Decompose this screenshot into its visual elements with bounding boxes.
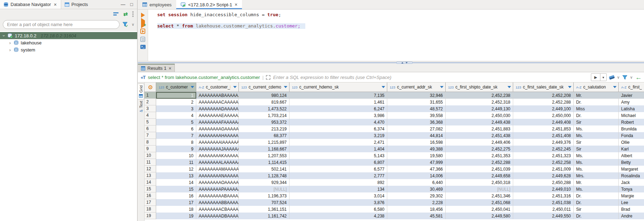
row-number[interactable]: 2 — [145, 99, 156, 105]
grid-cell[interactable]: 2,452,318 — [446, 99, 513, 105]
row-number[interactable]: 9 — [145, 146, 156, 152]
row-number[interactable]: 14 — [145, 179, 156, 186]
grid-cell[interactable]: Ms. — [574, 152, 619, 159]
grid-cell[interactable]: AAAAAAAAHAAAAAAA — [196, 132, 239, 139]
grid-cell[interactable]: Betty — [619, 159, 644, 166]
grid-cell[interactable]: 2,777 — [289, 172, 387, 179]
grid-cell[interactable]: 2,449,376 — [513, 139, 574, 146]
grid-cell[interactable]: Andre — [619, 213, 644, 219]
grid-cell[interactable]: 14 — [156, 179, 196, 186]
row-number[interactable]: 17 — [145, 199, 156, 206]
grid-cell[interactable]: 2,450,041 — [446, 206, 513, 213]
grid-cell[interactable]: Javier — [619, 92, 644, 99]
grid-cell[interactable]: AAAAAAAAPAAAAAAA — [196, 186, 239, 192]
grid-cell[interactable]: 30,469 — [387, 186, 446, 192]
grid-cell[interactable]: Miss — [574, 105, 619, 112]
grid-cell[interactable]: 2,452,288 — [446, 159, 513, 166]
grid-cell[interactable]: 1,207,553 — [239, 152, 289, 159]
grid-cell[interactable]: 2,451,068 — [446, 199, 513, 206]
expander-icon[interactable]: › — [8, 40, 12, 45]
grid-cell[interactable]: AAAAAAAALAAAAAAA — [196, 159, 239, 166]
grid-cell[interactable]: Amy — [619, 99, 644, 105]
grid-cell[interactable]: Dr. — [574, 213, 619, 219]
row-number[interactable]: 16 — [145, 192, 156, 199]
grid-cell[interactable]: 3 — [156, 105, 196, 112]
grid-cell[interactable]: 1,161,742 — [239, 213, 289, 219]
grid-cell[interactable]: 1,114,415 — [239, 159, 289, 166]
grid-cell[interactable]: Margaret — [619, 166, 644, 172]
grid-cell[interactable]: Fonda — [619, 132, 644, 139]
grid-cell[interactable]: AAAAAAAAGAAAAAAA — [196, 125, 239, 132]
expander-icon[interactable]: › — [8, 47, 12, 53]
grid-cell[interactable]: 8 — [156, 139, 196, 146]
grid-cell[interactable]: 2,451,353 — [446, 152, 513, 159]
grid-cell[interactable]: 2,452,275 — [446, 146, 513, 152]
grid-cell[interactable]: AAAAAAAAOAAAAAAA — [196, 179, 239, 186]
tab-text-view[interactable]: Text «T — [138, 99, 144, 114]
expand-filter-icon[interactable] — [266, 75, 270, 80]
object-filter-input[interactable] — [3, 20, 120, 29]
grid-cell[interactable]: AAAAAAAAEAAAAAAA — [196, 112, 239, 119]
grid-cell[interactable]: Albert — [619, 152, 644, 159]
tab-employees[interactable]: employees — [138, 0, 176, 9]
row-number[interactable]: 13 — [145, 172, 156, 179]
row-number[interactable]: 1 — [145, 92, 156, 99]
row-number[interactable]: 12 — [145, 166, 156, 172]
tab-projects[interactable]: Projects — [61, 0, 91, 9]
column-header-c_customer_sk[interactable]: 123c_customer_sk — [156, 82, 196, 92]
tab-results-1[interactable]: Results 1 × — [138, 64, 175, 72]
grid-cell[interactable]: AAAAAAAABAAAAAAA — [196, 92, 239, 99]
grid-cell[interactable]: 2,449,130 — [446, 105, 513, 112]
sort-indicator-icon[interactable] — [567, 86, 572, 88]
grid-cell[interactable]: 929,344 — [239, 179, 289, 186]
minimize-icon[interactable]: — — [121, 2, 125, 7]
execute-new-tab-icon[interactable]: + — [141, 20, 145, 26]
execute-statement-icon[interactable] — [141, 13, 145, 18]
grid-cell[interactable]: 6,807 — [289, 159, 387, 166]
grid-cell[interactable]: 2,449,580 — [446, 213, 513, 219]
grid-cell[interactable]: Dr. — [574, 112, 619, 119]
chevron-down-icon[interactable]: ∨ — [617, 75, 620, 79]
column-header-c_current_cdemo_sk[interactable]: 123c_current_cdemo_sk — [239, 82, 289, 92]
grid-cell[interactable]: 1,473,522 — [239, 105, 289, 112]
tree-item-connection[interactable]: › ✓ 172.18.0.2 172.18.0.2:31604 — [0, 32, 137, 39]
grid-cell[interactable]: 2,452,288 — [513, 99, 574, 105]
row-number[interactable]: 3 — [145, 105, 156, 112]
close-icon[interactable]: × — [235, 2, 237, 7]
grid-cell[interactable]: 27,082 — [387, 125, 446, 132]
grid-cell[interactable]: Dr. — [574, 99, 619, 105]
grid-cell[interactable]: [NULL] — [446, 186, 513, 192]
grid-cell[interactable]: AAAAAAAAIAAAAAAA — [196, 139, 239, 146]
grid-cell[interactable]: 49,388 — [387, 146, 446, 152]
grid-cell[interactable]: 10 — [156, 152, 196, 159]
grid-cell[interactable]: 4,238 — [289, 213, 387, 219]
grid-cell[interactable]: 16,598 — [387, 139, 446, 146]
grid-cell[interactable]: 1,215,897 — [239, 139, 289, 146]
grid-cell[interactable]: 6,374 — [289, 125, 387, 132]
execute-script-icon[interactable] — [140, 29, 145, 34]
grid-cell[interactable]: 18 — [156, 206, 196, 213]
grid-cell[interactable]: 47,999 — [387, 159, 446, 166]
tab-grid-view[interactable]: Grid — [138, 84, 144, 99]
grid-cell[interactable]: Dr. — [574, 199, 619, 206]
grid-cell[interactable]: 2,451,009 — [513, 166, 574, 172]
grid-cell[interactable]: 2,449,100 — [513, 105, 574, 112]
grid-cell[interactable]: Mrs. — [574, 172, 619, 179]
grid-cell[interactable]: [NULL] — [239, 186, 289, 192]
sort-indicator-icon[interactable] — [506, 86, 511, 88]
grid-cell[interactable]: AAAAAAAACBAAAAAA — [196, 206, 239, 213]
sql-console-icon[interactable]: >_ — [140, 45, 146, 49]
grid-cell[interactable]: 1,461 — [289, 99, 387, 105]
splitter-handle[interactable] — [396, 62, 413, 64]
grid-cell[interactable]: 31,655 — [387, 99, 446, 105]
grid-cell[interactable]: AAAAAAAAMAAAAAAA — [196, 166, 239, 172]
grid-cell[interactable]: Lee — [619, 199, 644, 206]
grid-cell[interactable]: 5,143 — [289, 152, 387, 159]
column-header-c_first_sales_date_sk[interactable]: 123c_first_sales_date_sk — [513, 82, 574, 92]
grid-cell[interactable]: 29,302 — [387, 192, 446, 199]
editor-results-splitter[interactable] — [138, 61, 644, 64]
overflow-menu-icon[interactable] — [132, 11, 134, 17]
back-navigation-icon[interactable]: ← — [635, 74, 642, 81]
row-number[interactable]: 6 — [145, 125, 156, 132]
maximize-icon[interactable]: □ — [130, 2, 133, 7]
